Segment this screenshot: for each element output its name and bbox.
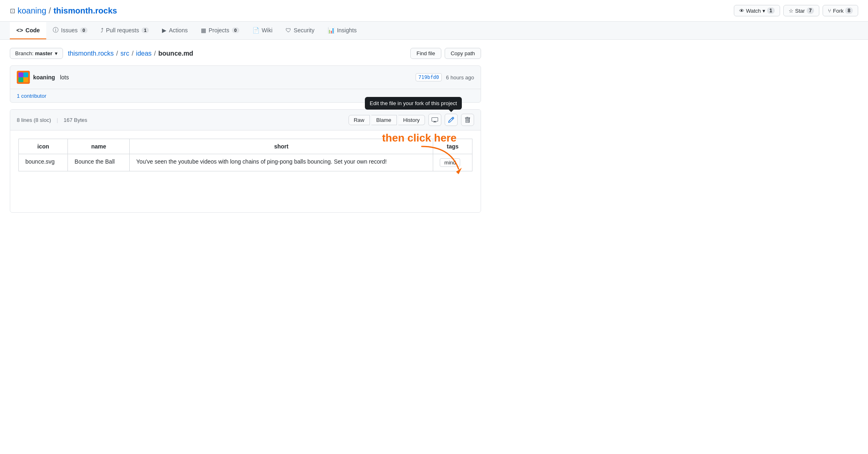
repo-title: ⊡ koaning / thismonth.rocks — [10, 6, 117, 16]
top-actions: 👁 Watch ▾ 1 ☆ Star 7 ⑂ Fork 8 — [734, 5, 858, 16]
table-header-row: icon name short tags — [19, 139, 472, 154]
watch-count: 1 — [767, 7, 775, 14]
commit-message: lots — [60, 74, 69, 81]
file-size: 167 Bytes — [63, 117, 87, 123]
tag-badge: mind — [440, 158, 460, 167]
tab-security[interactable]: 🛡 Security — [279, 22, 321, 39]
history-button[interactable]: History — [398, 115, 425, 125]
code-icon: <> — [16, 27, 23, 34]
file-box-wrapper: then click here 8 lines (8 sloc) | 167 B… — [10, 109, 481, 213]
td-short: You've seen the youtube videos with long… — [130, 154, 433, 171]
star-count: 7 — [807, 7, 814, 14]
tab-wiki[interactable]: 📄 Wiki — [246, 22, 279, 39]
copy-path-button[interactable]: Copy path — [445, 48, 481, 59]
watch-button[interactable]: 👁 Watch ▾ 1 — [734, 5, 780, 16]
tab-pull-requests[interactable]: ⤴ Pull requests 1 — [94, 22, 155, 39]
branch-label: Branch: master — [15, 50, 52, 56]
tab-actions[interactable]: ▶ Actions — [155, 22, 194, 39]
blame-button[interactable]: Blame — [371, 115, 397, 125]
star-icon: ☆ — [789, 8, 794, 14]
avatar — [17, 71, 30, 84]
tab-projects-label: Projects — [209, 27, 229, 34]
projects-icon: ▦ — [201, 27, 206, 34]
commit-sha[interactable]: 719bfd0 — [416, 73, 442, 81]
projects-count: 0 — [232, 27, 239, 33]
title-separator: / — [49, 6, 51, 16]
security-icon: 🛡 — [286, 27, 291, 34]
breadcrumb-sep-3: / — [154, 50, 156, 57]
actions-icon: ▶ — [162, 27, 166, 34]
raw-button[interactable]: Raw — [349, 115, 370, 125]
star-button[interactable]: ☆ Star 7 — [783, 5, 820, 16]
commit-top: koaning lots 719bfd0 6 hours ago — [10, 66, 481, 89]
commit-right: 719bfd0 6 hours ago — [416, 73, 474, 81]
tab-projects[interactable]: ▦ Projects 0 — [194, 22, 246, 39]
tab-actions-label: Actions — [169, 27, 188, 34]
repo-icon: ⊡ — [10, 7, 15, 15]
star-label: Star — [795, 8, 805, 14]
branch-dropdown-icon: ▾ — [55, 50, 58, 56]
branch-selector[interactable]: Branch: master ▾ — [10, 48, 63, 59]
commit-time: 6 hours ago — [446, 74, 474, 81]
svg-rect-1 — [18, 72, 23, 77]
tab-pr-label: Pull requests — [106, 27, 139, 34]
eye-icon: 👁 — [739, 8, 744, 14]
tab-security-label: Security — [294, 27, 315, 34]
fork-count: 8 — [845, 7, 853, 14]
table-row: bounce.svg Bounce the Ball You've seen t… — [19, 154, 472, 171]
pr-count: 1 — [142, 27, 149, 33]
delete-button[interactable] — [461, 114, 474, 126]
tab-issues[interactable]: ⓘ Issues 0 — [46, 22, 94, 40]
breadcrumb-row: Branch: master ▾ thismonth.rocks / src /… — [10, 48, 481, 59]
th-tags: tags — [433, 139, 472, 154]
edit-button-wrapper: Edit the file in your fork of this proje… — [443, 114, 458, 126]
breadcrumb-sep-1: / — [116, 50, 118, 57]
wiki-icon: 📄 — [252, 27, 259, 34]
file-header: 8 lines (8 sloc) | 167 Bytes Raw Blame H… — [10, 110, 481, 130]
breadcrumb-ideas[interactable]: ideas — [136, 50, 151, 57]
svg-rect-4 — [23, 77, 28, 82]
th-icon: icon — [19, 139, 68, 154]
breadcrumb-repo[interactable]: thismonth.rocks — [68, 50, 114, 57]
svg-rect-2 — [23, 72, 28, 77]
desktop-icon[interactable] — [428, 114, 441, 126]
tab-insights-label: Insights — [337, 27, 357, 34]
nav-tabs: <> Code ⓘ Issues 0 ⤴ Pull requests 1 ▶ A… — [0, 22, 868, 40]
td-icon: bounce.svg — [19, 154, 68, 171]
td-tags: mind — [433, 154, 472, 171]
markdown-table: icon name short tags bounce.svg Bounce t… — [18, 139, 472, 171]
table-body: bounce.svg Bounce the Ball You've seen t… — [19, 154, 472, 171]
tab-code-label: Code — [25, 27, 40, 34]
repo-owner[interactable]: koaning — [18, 6, 46, 16]
repo-name[interactable]: thismonth.rocks — [54, 6, 117, 16]
edit-button[interactable] — [445, 114, 458, 126]
insights-icon: 📊 — [328, 27, 335, 34]
file-meta: 8 lines (8 sloc) | 167 Bytes — [17, 117, 87, 123]
breadcrumb-sep-2: / — [132, 50, 133, 57]
tab-issues-label: Issues — [61, 27, 77, 34]
table-head: icon name short tags — [19, 139, 472, 154]
watch-label: Watch — [746, 8, 761, 14]
fork-label: Fork — [833, 8, 843, 14]
tab-wiki-label: Wiki — [262, 27, 272, 34]
watch-dropdown-icon: ▾ — [762, 8, 765, 14]
file-lines: 8 lines (8 sloc) — [17, 117, 51, 123]
file-actions: Raw Blame History Edit the file in your … — [349, 114, 474, 126]
find-file-button[interactable]: Find file — [410, 48, 441, 59]
svg-rect-3 — [18, 77, 23, 82]
tab-insights[interactable]: 📊 Insights — [321, 22, 363, 39]
fork-button[interactable]: ⑂ Fork 8 — [823, 5, 858, 16]
th-short: short — [130, 139, 433, 154]
breadcrumb-actions: Find file Copy path — [410, 48, 481, 59]
pr-icon: ⤴ — [101, 27, 103, 34]
file-meta-pipe: | — [56, 117, 58, 123]
breadcrumb-src[interactable]: src — [121, 50, 129, 57]
file-content: icon name short tags bounce.svg Bounce t… — [10, 130, 481, 212]
tab-code[interactable]: <> Code — [10, 22, 46, 39]
commit-left: koaning lots — [17, 71, 69, 84]
issues-icon: ⓘ — [53, 27, 58, 34]
commit-author[interactable]: koaning — [33, 74, 55, 81]
breadcrumb-current: bounce.md — [158, 50, 193, 57]
file-box: 8 lines (8 sloc) | 167 Bytes Raw Blame H… — [10, 109, 481, 213]
contributor-link[interactable]: 1 contributor — [17, 93, 46, 99]
